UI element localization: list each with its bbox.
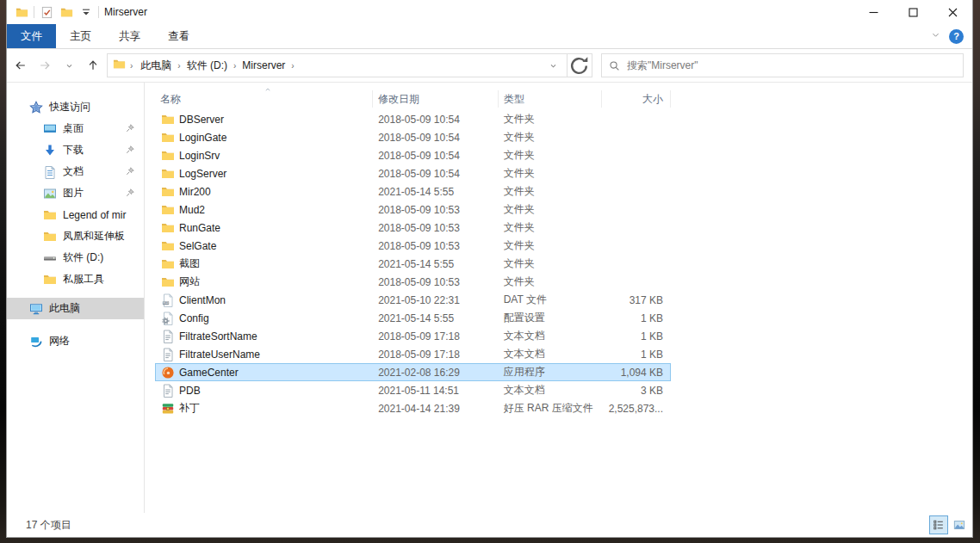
file-name-cell: Mud2 [156, 201, 373, 218]
column-header-1[interactable]: 修改日期 [373, 90, 499, 108]
search-input[interactable] [627, 59, 956, 71]
breadcrumb-chevron-icon[interactable]: › [231, 61, 239, 71]
folder-icon [161, 149, 175, 163]
file-date-modified: 2021-05-11 14:51 [373, 382, 499, 398]
column-header-2[interactable]: 类型 [499, 90, 602, 108]
file-row[interactable]: LogServer2018-05-09 10:54文件夹 [155, 164, 671, 182]
sidebar-item-sifu-tools[interactable]: 私服工具 [7, 268, 144, 290]
file-row[interactable]: VCDClientMon2021-05-10 22:31DAT 文件317 KB [155, 291, 671, 309]
sidebar-item-label: 下载 [63, 143, 84, 157]
recent-locations-chevron-icon[interactable] [59, 55, 79, 76]
file-type: 文本文档 [499, 346, 602, 362]
file-row[interactable]: LoginGate2018-05-09 10:54文件夹 [155, 128, 671, 146]
sidebar-item-pictures[interactable]: 图片 [7, 182, 144, 204]
sidebar-item-legend-of-mir[interactable]: Legend of mir [7, 204, 144, 225]
document-icon [43, 165, 57, 179]
file-row[interactable]: DBServer2018-05-09 10:54文件夹 [155, 110, 671, 128]
back-button[interactable] [10, 55, 31, 76]
file-size: 2,525,873... [601, 400, 670, 417]
search-box[interactable] [601, 53, 964, 77]
file-name-cell: FiltrateUserName [156, 346, 373, 362]
file-row[interactable]: Mud22018-05-09 10:53文件夹 [155, 201, 671, 219]
svg-text:VCD: VCD [163, 301, 170, 305]
sidebar-item-drive-d[interactable]: 软件 (D:) [7, 247, 144, 268]
file-row[interactable]: RunGate2018-05-09 10:53文件夹 [155, 219, 671, 237]
file-row[interactable]: LoginSrv2018-05-09 10:54文件夹 [155, 146, 671, 164]
file-size [601, 219, 670, 236]
folder-icon[interactable] [14, 4, 29, 20]
maximize-button[interactable] [893, 0, 933, 24]
breadcrumb-chevron-icon[interactable]: › [288, 61, 296, 71]
breadcrumb-chevron-icon[interactable]: › [175, 61, 183, 71]
file-date-modified: 2021-05-14 5:55 [373, 256, 499, 272]
breadcrumb-segment[interactable]: 软件 (D:) [183, 59, 231, 73]
sidebar-item-documents[interactable]: 文档 [7, 161, 144, 182]
qat-dropdown-icon[interactable] [78, 4, 94, 20]
file-list-pane: 名称修改日期类型大小 DBServer2018-05-09 10:54文件夹Lo… [145, 83, 972, 513]
file-row[interactable]: PDB2021-05-11 14:51文本文档3 KB [155, 381, 671, 399]
minimize-button[interactable] [853, 0, 893, 24]
column-header-3[interactable]: 大小 [602, 90, 671, 108]
sidebar-item-network[interactable]: 网络 [7, 330, 144, 352]
folder-icon [161, 203, 175, 217]
file-size: 1 KB [601, 328, 670, 344]
desktop-icon [43, 122, 57, 136]
column-header-0[interactable]: 名称 [155, 90, 373, 108]
sidebar-item-label: 此电脑 [49, 301, 80, 316]
tab-file[interactable]: 文件 [7, 24, 56, 48]
address-toolbar: › 此电脑›软件 (D:)›Mirserver› [7, 49, 972, 83]
file-type: 好压 RAR 压缩文件 [499, 400, 602, 417]
large-icons-view-button[interactable] [950, 515, 969, 534]
sidebar-item-fenghuang[interactable]: 凤凰和延伸板 [7, 225, 144, 247]
file-size [601, 129, 670, 145]
file-row[interactable]: 截图2021-05-14 5:55文件夹 [155, 255, 671, 273]
refresh-button[interactable] [567, 53, 592, 77]
close-button[interactable] [933, 0, 972, 24]
expand-ribbon-chevron-icon[interactable] [931, 30, 940, 42]
forward-button[interactable] [34, 55, 55, 76]
pin-icon [125, 123, 135, 136]
sidebar-item-quick-access[interactable]: 快速访问 [7, 96, 144, 118]
file-row[interactable]: FiltrateUserName2018-05-09 17:18文本文档1 KB [155, 345, 671, 363]
address-dropdown-chevron-icon[interactable] [543, 55, 563, 76]
file-rows: DBServer2018-05-09 10:54文件夹LoginGate2018… [145, 110, 972, 513]
file-row[interactable]: FiltrateSortName2018-05-09 17:18文本文档1 KB [155, 327, 671, 345]
check-document-icon[interactable] [39, 4, 54, 20]
file-name-cell: LoginGate [156, 129, 373, 145]
file-row[interactable]: 网站2018-05-09 10:53文件夹 [155, 273, 671, 291]
view-switcher [929, 515, 969, 534]
sidebar-item-downloads[interactable]: 下载 [7, 139, 144, 161]
details-view-button[interactable] [929, 515, 948, 534]
column-headers: 名称修改日期类型大小 [145, 88, 972, 110]
sort-up-icon [264, 84, 272, 96]
explorer-window: Mirserver 文件主页共享查看 ? › 此电脑›软件 (D:)›Mirse… [6, 0, 973, 538]
folder-icon [161, 257, 175, 271]
tab-share[interactable]: 共享 [105, 24, 154, 48]
tab-view[interactable]: 查看 [154, 24, 203, 48]
file-size [601, 111, 670, 127]
file-type: 文件夹 [499, 256, 602, 272]
download-icon [43, 144, 57, 157]
sidebar-item-this-pc[interactable]: 此电脑 [7, 298, 144, 319]
sidebar-item-label: 图片 [63, 186, 84, 201]
file-type: 文件夹 [499, 165, 602, 182]
file-row[interactable]: Mir2002021-05-14 5:55文件夹 [155, 182, 671, 201]
file-row[interactable]: Config2021-05-14 5:55配置设置1 KB [155, 309, 671, 327]
folder-icon[interactable] [59, 4, 74, 20]
file-row[interactable]: GameCenter2021-02-08 16:29应用程序1,094 KB [155, 363, 671, 381]
file-type: 文件夹 [499, 129, 602, 145]
address-bar[interactable]: › 此电脑›软件 (D:)›Mirserver› [107, 53, 568, 77]
file-type: 配置设置 [499, 310, 602, 326]
breadcrumb-segment[interactable]: Mirserver [239, 59, 288, 71]
file-name: Mud2 [179, 204, 205, 216]
pin-icon [125, 145, 135, 157]
pin-icon [125, 166, 135, 179]
up-button[interactable] [83, 55, 103, 76]
tab-home[interactable]: 主页 [56, 24, 105, 48]
file-row[interactable]: 补丁2021-04-14 21:39好压 RAR 压缩文件2,525,873..… [155, 399, 671, 417]
help-button[interactable]: ? [949, 29, 964, 44]
file-row[interactable]: SelGate2018-05-09 10:53文件夹 [155, 237, 671, 255]
file-date-modified: 2018-05-09 10:53 [373, 219, 499, 236]
breadcrumb-segment[interactable]: 此电脑 [137, 59, 175, 73]
sidebar-item-desktop[interactable]: 桌面 [7, 118, 144, 139]
